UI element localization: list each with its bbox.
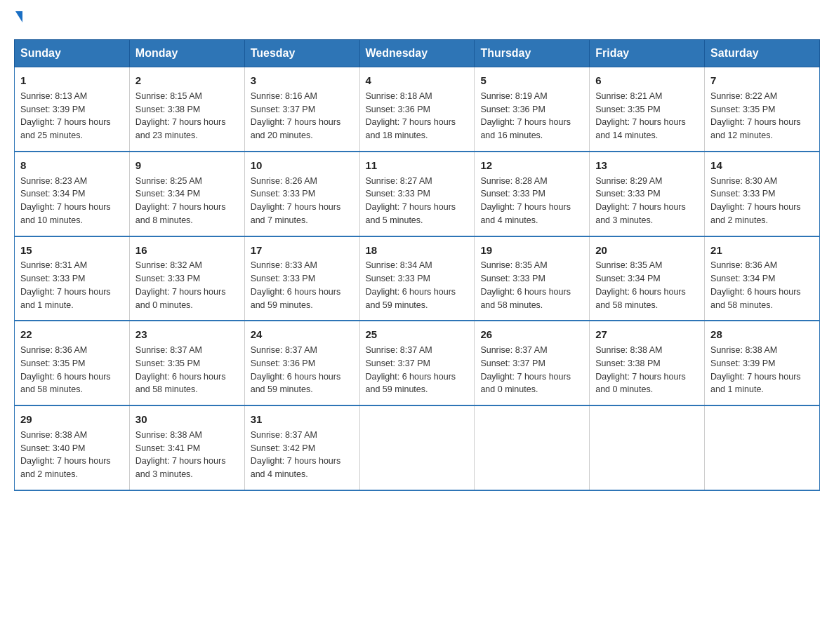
day-number: 24 bbox=[251, 327, 354, 342]
calendar-cell bbox=[590, 405, 705, 490]
day-info: Sunrise: 8:38 AMSunset: 3:39 PMDaylight:… bbox=[710, 344, 814, 396]
calendar-cell: 16Sunrise: 8:32 AMSunset: 3:33 PMDayligh… bbox=[129, 236, 244, 321]
calendar-cell: 20Sunrise: 8:35 AMSunset: 3:34 PMDayligh… bbox=[590, 236, 705, 321]
calendar-cell: 29Sunrise: 8:38 AMSunset: 3:40 PMDayligh… bbox=[15, 405, 130, 490]
day-number: 1 bbox=[20, 73, 124, 88]
day-number: 26 bbox=[480, 327, 583, 342]
calendar-cell: 26Sunrise: 8:37 AMSunset: 3:37 PMDayligh… bbox=[475, 321, 590, 405]
calendar-cell: 31Sunrise: 8:37 AMSunset: 3:42 PMDayligh… bbox=[244, 405, 359, 490]
calendar-cell: 15Sunrise: 8:31 AMSunset: 3:33 PMDayligh… bbox=[15, 236, 130, 321]
day-number: 2 bbox=[135, 73, 239, 88]
calendar-header: SundayMondayTuesdayWednesdayThursdayFrid… bbox=[15, 40, 820, 67]
calendar-cell: 6Sunrise: 8:21 AMSunset: 3:35 PMDaylight… bbox=[590, 67, 705, 152]
day-info: Sunrise: 8:38 AMSunset: 3:40 PMDaylight:… bbox=[20, 429, 124, 481]
calendar-cell: 22Sunrise: 8:36 AMSunset: 3:35 PMDayligh… bbox=[15, 321, 130, 405]
calendar-cell: 18Sunrise: 8:34 AMSunset: 3:33 PMDayligh… bbox=[359, 236, 475, 321]
day-info: Sunrise: 8:36 AMSunset: 3:35 PMDaylight:… bbox=[20, 344, 124, 396]
calendar-week-row: 15Sunrise: 8:31 AMSunset: 3:33 PMDayligh… bbox=[15, 236, 820, 321]
day-info: Sunrise: 8:21 AMSunset: 3:35 PMDaylight:… bbox=[595, 90, 699, 142]
day-number: 9 bbox=[135, 158, 239, 173]
calendar-cell: 27Sunrise: 8:38 AMSunset: 3:38 PMDayligh… bbox=[590, 321, 705, 405]
calendar-cell: 19Sunrise: 8:35 AMSunset: 3:33 PMDayligh… bbox=[475, 236, 590, 321]
day-info: Sunrise: 8:27 AMSunset: 3:33 PMDaylight:… bbox=[366, 175, 469, 227]
calendar-cell: 21Sunrise: 8:36 AMSunset: 3:34 PMDayligh… bbox=[705, 236, 820, 321]
calendar-cell: 11Sunrise: 8:27 AMSunset: 3:33 PMDayligh… bbox=[359, 152, 475, 236]
calendar-cell: 24Sunrise: 8:37 AMSunset: 3:36 PMDayligh… bbox=[244, 321, 359, 405]
calendar-cell: 1Sunrise: 8:13 AMSunset: 3:39 PMDaylight… bbox=[15, 67, 130, 152]
day-info: Sunrise: 8:37 AMSunset: 3:36 PMDaylight:… bbox=[251, 344, 354, 396]
day-number: 20 bbox=[595, 243, 699, 258]
day-info: Sunrise: 8:19 AMSunset: 3:36 PMDaylight:… bbox=[480, 90, 583, 142]
weekday-header-thursday: Thursday bbox=[475, 40, 590, 67]
day-number: 21 bbox=[710, 243, 814, 258]
calendar-body: 1Sunrise: 8:13 AMSunset: 3:39 PMDaylight… bbox=[15, 67, 820, 490]
day-number: 16 bbox=[135, 243, 239, 258]
day-number: 28 bbox=[710, 327, 814, 342]
day-number: 29 bbox=[20, 412, 124, 427]
day-number: 15 bbox=[20, 243, 124, 258]
calendar-cell: 17Sunrise: 8:33 AMSunset: 3:33 PMDayligh… bbox=[244, 236, 359, 321]
day-number: 17 bbox=[251, 243, 354, 258]
day-info: Sunrise: 8:13 AMSunset: 3:39 PMDaylight:… bbox=[20, 90, 124, 142]
logo bbox=[14, 14, 22, 25]
day-info: Sunrise: 8:32 AMSunset: 3:33 PMDaylight:… bbox=[135, 259, 239, 311]
day-info: Sunrise: 8:33 AMSunset: 3:33 PMDaylight:… bbox=[251, 259, 354, 311]
calendar-cell: 12Sunrise: 8:28 AMSunset: 3:33 PMDayligh… bbox=[475, 152, 590, 236]
calendar-week-row: 8Sunrise: 8:23 AMSunset: 3:34 PMDaylight… bbox=[15, 152, 820, 236]
calendar-week-row: 22Sunrise: 8:36 AMSunset: 3:35 PMDayligh… bbox=[15, 321, 820, 405]
day-number: 4 bbox=[366, 73, 469, 88]
calendar-cell: 28Sunrise: 8:38 AMSunset: 3:39 PMDayligh… bbox=[705, 321, 820, 405]
weekday-header-monday: Monday bbox=[129, 40, 244, 67]
day-info: Sunrise: 8:34 AMSunset: 3:33 PMDaylight:… bbox=[366, 259, 469, 311]
day-number: 11 bbox=[366, 158, 469, 173]
calendar-cell: 7Sunrise: 8:22 AMSunset: 3:35 PMDaylight… bbox=[705, 67, 820, 152]
calendar-cell: 30Sunrise: 8:38 AMSunset: 3:41 PMDayligh… bbox=[129, 405, 244, 490]
day-info: Sunrise: 8:37 AMSunset: 3:37 PMDaylight:… bbox=[480, 344, 583, 396]
weekday-header-wednesday: Wednesday bbox=[359, 40, 475, 67]
calendar-cell bbox=[705, 405, 820, 490]
day-number: 22 bbox=[20, 327, 124, 342]
day-number: 7 bbox=[710, 73, 814, 88]
day-number: 6 bbox=[595, 73, 699, 88]
day-info: Sunrise: 8:36 AMSunset: 3:34 PMDaylight:… bbox=[710, 259, 814, 311]
day-info: Sunrise: 8:37 AMSunset: 3:35 PMDaylight:… bbox=[135, 344, 239, 396]
day-number: 14 bbox=[710, 158, 814, 173]
calendar-week-row: 29Sunrise: 8:38 AMSunset: 3:40 PMDayligh… bbox=[15, 405, 820, 490]
day-number: 3 bbox=[251, 73, 354, 88]
calendar-table: SundayMondayTuesdayWednesdayThursdayFrid… bbox=[14, 39, 820, 491]
weekday-header-saturday: Saturday bbox=[705, 40, 820, 67]
day-info: Sunrise: 8:26 AMSunset: 3:33 PMDaylight:… bbox=[251, 175, 354, 227]
calendar-cell: 9Sunrise: 8:25 AMSunset: 3:34 PMDaylight… bbox=[129, 152, 244, 236]
day-number: 23 bbox=[135, 327, 239, 342]
day-info: Sunrise: 8:16 AMSunset: 3:37 PMDaylight:… bbox=[251, 90, 354, 142]
calendar-cell: 13Sunrise: 8:29 AMSunset: 3:33 PMDayligh… bbox=[590, 152, 705, 236]
day-number: 19 bbox=[480, 243, 583, 258]
day-info: Sunrise: 8:38 AMSunset: 3:41 PMDaylight:… bbox=[135, 429, 239, 481]
day-number: 10 bbox=[251, 158, 354, 173]
calendar-cell: 14Sunrise: 8:30 AMSunset: 3:33 PMDayligh… bbox=[705, 152, 820, 236]
day-info: Sunrise: 8:37 AMSunset: 3:42 PMDaylight:… bbox=[251, 429, 354, 481]
day-number: 31 bbox=[251, 412, 354, 427]
day-info: Sunrise: 8:15 AMSunset: 3:38 PMDaylight:… bbox=[135, 90, 239, 142]
weekday-header-sunday: Sunday bbox=[15, 40, 130, 67]
calendar-cell: 8Sunrise: 8:23 AMSunset: 3:34 PMDaylight… bbox=[15, 152, 130, 236]
calendar-cell: 25Sunrise: 8:37 AMSunset: 3:37 PMDayligh… bbox=[359, 321, 475, 405]
weekday-header-row: SundayMondayTuesdayWednesdayThursdayFrid… bbox=[15, 40, 820, 67]
day-number: 12 bbox=[480, 158, 583, 173]
day-info: Sunrise: 8:31 AMSunset: 3:33 PMDaylight:… bbox=[20, 259, 124, 311]
day-info: Sunrise: 8:29 AMSunset: 3:33 PMDaylight:… bbox=[595, 175, 699, 227]
page-header bbox=[14, 14, 820, 25]
day-number: 18 bbox=[366, 243, 469, 258]
day-info: Sunrise: 8:28 AMSunset: 3:33 PMDaylight:… bbox=[480, 175, 583, 227]
day-number: 30 bbox=[135, 412, 239, 427]
day-info: Sunrise: 8:35 AMSunset: 3:33 PMDaylight:… bbox=[480, 259, 583, 311]
day-info: Sunrise: 8:18 AMSunset: 3:36 PMDaylight:… bbox=[366, 90, 469, 142]
calendar-cell: 4Sunrise: 8:18 AMSunset: 3:36 PMDaylight… bbox=[359, 67, 475, 152]
day-info: Sunrise: 8:25 AMSunset: 3:34 PMDaylight:… bbox=[135, 175, 239, 227]
day-number: 5 bbox=[480, 73, 583, 88]
calendar-cell bbox=[359, 405, 475, 490]
calendar-cell bbox=[475, 405, 590, 490]
day-number: 8 bbox=[20, 158, 124, 173]
day-number: 27 bbox=[595, 327, 699, 342]
day-number: 13 bbox=[595, 158, 699, 173]
